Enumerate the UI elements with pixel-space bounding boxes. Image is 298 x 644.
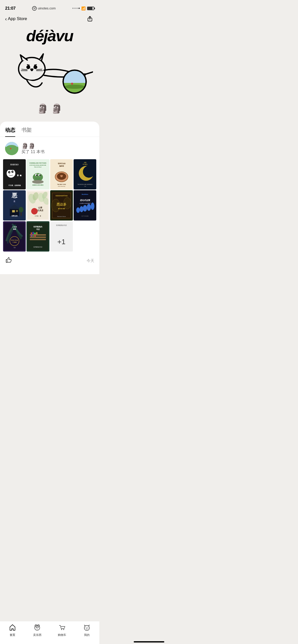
svg-rect-63: [16, 210, 18, 212]
book-item[interactable]: 山茶 文具店 小川糸 著: [26, 190, 49, 221]
thumb-up-icon: [5, 257, 12, 263]
svg-rect-62: [12, 210, 15, 212]
svg-text:东野圭吾: 东野圭吾: [11, 215, 18, 217]
back-button[interactable]: ‹ App Store: [5, 16, 27, 21]
svg-text:Stefan Zweig: Stefan Zweig: [11, 240, 18, 241]
svg-text:世界尽头的: 世界尽头的: [58, 163, 65, 164]
status-icons: 📶: [72, 6, 94, 10]
url-icon: U: [32, 6, 37, 11]
book-cover: SIDDHARTHA 悉达多 赫尔曼·黑塞 Hermann Hesse: [50, 190, 73, 221]
svg-text:HARUKO: HARUKO: [10, 164, 19, 166]
svg-text:毛姆: 毛姆: [13, 247, 16, 248]
svg-point-38: [36, 174, 37, 176]
svg-text:John Strelecky: John Strelecky: [58, 185, 65, 187]
svg-text:THE WHY CAFE: THE WHY CAFE: [57, 184, 66, 185]
svg-text:SIDDHARTHA: SIDDHARTHA: [55, 194, 68, 197]
book-item[interactable]: 月亮 与六便士 THE MOON AND SIXPENCE 毛姆: [74, 159, 96, 189]
svg-point-9: [71, 83, 73, 85]
svg-text:A PSYCHOLOGICAL ADVENTURE: A PSYCHOLOGICAL ADVENTURE: [30, 164, 46, 166]
book-plus-badge: 世界最美的书店 +1: [50, 221, 73, 252]
book-cover: Stefan Zweig "广受赞誉" 人生的 枷锁 毛姆: [3, 221, 26, 252]
share-icon: [87, 16, 93, 22]
status-time: 21:07: [5, 6, 16, 11]
book-item[interactable]: 世界最美的 书店 世界最美的书店: [26, 221, 49, 252]
svg-text:赫尔曼·黑塞: 赫尔曼·黑塞: [58, 208, 65, 209]
svg-text:小川糸　著: 小川糸 著: [34, 215, 41, 217]
hero-title: déjàvu: [26, 27, 73, 45]
svg-text:山茶: 山茶: [38, 206, 43, 209]
svg-text:世界最美的书店: 世界最美的书店: [33, 246, 42, 248]
svg-point-24: [9, 172, 10, 173]
activity-text: 买了 11 本书: [21, 149, 45, 155]
svg-rect-113: [33, 235, 34, 236]
svg-text:悉达多: 悉达多: [56, 202, 66, 206]
main-card: 动态 书架: [0, 122, 99, 274]
svg-text:+1: +1: [57, 238, 65, 246]
book-cover: 月亮 与六便士 THE MOON AND SIXPENCE 毛姆: [74, 159, 96, 189]
svg-text:与六便士: 与六便士: [82, 164, 87, 165]
svg-point-40: [32, 180, 44, 183]
svg-text:世界最美的书店: 世界最美的书店: [56, 224, 67, 226]
back-chevron-icon: ‹: [5, 16, 7, 21]
svg-rect-112: [31, 235, 32, 236]
post-footer: 今天: [0, 253, 99, 269]
book-item[interactable]: 世界尽头的 咖啡馆 THE WHY CAFE John Strelecky: [50, 159, 73, 189]
svg-point-39: [39, 174, 40, 176]
svg-text:THE MOON AND SIXPENCE: THE MOON AND SIXPENCE: [77, 184, 92, 185]
svg-text:月亮: 月亮: [83, 162, 86, 163]
svg-text:"广受赞誉": "广受赞誉": [12, 242, 17, 243]
wifi-icon: 📶: [81, 6, 86, 10]
activity-info: 🗿🗿 买了 11 本书: [21, 143, 45, 155]
book-item[interactable]: SIDDHARTHA 悉达多 赫尔曼·黑塞 Hermann Hesse: [50, 190, 73, 221]
book-cover: HARUKO 不方便 但很幸福 不方便，但很幸福: [3, 159, 26, 189]
like-button[interactable]: [5, 257, 12, 265]
book-item-plus[interactable]: 世界最美的书店 +1: [50, 221, 73, 252]
nav-bar: ‹ App Store: [0, 13, 99, 26]
svg-rect-107: [30, 239, 46, 240]
tabs-container: 动态 书架: [0, 122, 99, 137]
svg-point-17: [5, 145, 18, 154]
svg-rect-109: [33, 232, 34, 234]
svg-text:BookVoice: BookVoice: [82, 194, 88, 195]
svg-text:Robert de Board: Robert de Board: [34, 167, 42, 168]
svg-text:悪: 悪: [11, 192, 18, 199]
book-item[interactable]: Stefan Zweig "广受赞誉" 人生的 枷锁 毛姆: [3, 221, 26, 252]
book-item[interactable]: COUNSELLING FOR TOADS A PSYCHOLOGICAL AD…: [26, 159, 49, 189]
svg-rect-111: [36, 232, 38, 234]
activity-header: 🗿🗿 买了 11 本书: [0, 137, 99, 159]
svg-rect-106: [30, 237, 46, 238]
share-button[interactable]: [86, 14, 94, 23]
svg-point-89: [83, 205, 87, 211]
svg-text:Hermann Hesse: Hermann Hesse: [57, 216, 66, 217]
svg-text:世界最美的: 世界最美的: [33, 225, 42, 227]
book-cover: COUNSELLING FOR TOADS A PSYCHOLOGICAL AD…: [26, 159, 49, 189]
tab-activity[interactable]: 动态: [5, 127, 15, 137]
svg-point-91: [91, 202, 94, 210]
hero-emojis: 🗿 🗿: [37, 103, 62, 114]
svg-text:电子工业出版社: 电子工业出版社: [81, 215, 89, 217]
back-label: App Store: [8, 16, 27, 21]
svg-text:咖啡馆: 咖啡馆: [59, 165, 64, 167]
svg-text:进化式运营: 进化式运营: [79, 199, 90, 201]
svg-point-87: [76, 207, 80, 213]
svg-rect-8: [63, 70, 86, 83]
svg-point-90: [87, 204, 91, 211]
book-item[interactable]: BookVoice 进化式运营 从互联网小白到运营高手 电子工业出版社: [74, 190, 96, 221]
book-cover: 山茶 文具店 小川糸 著: [26, 190, 49, 221]
hero-section: déjàvu: [0, 26, 99, 122]
tab-shelf[interactable]: 书架: [21, 127, 32, 137]
svg-text:文具店: 文具店: [37, 209, 43, 211]
svg-text:毛姆: 毛姆: [84, 185, 86, 187]
svg-point-65: [19, 207, 23, 212]
status-bar: 21:07 U uinotes.com 📶: [0, 0, 99, 13]
avatar[interactable]: [5, 142, 18, 155]
book-item[interactable]: HARUKO 不方便 但很幸福 不方便，但很幸福: [3, 159, 26, 189]
svg-rect-108: [31, 232, 32, 234]
hero-illustration: [6, 47, 93, 98]
svg-text:人生的: 人生的: [12, 226, 17, 227]
svg-point-88: [80, 206, 83, 212]
svg-text:从互联网小白到运营高手: 从互联网小白到运营高手: [79, 202, 91, 204]
svg-text:意: 意: [13, 200, 16, 202]
book-item[interactable]: 悪 意 东野圭吾: [3, 190, 26, 221]
svg-point-3: [34, 66, 37, 68]
